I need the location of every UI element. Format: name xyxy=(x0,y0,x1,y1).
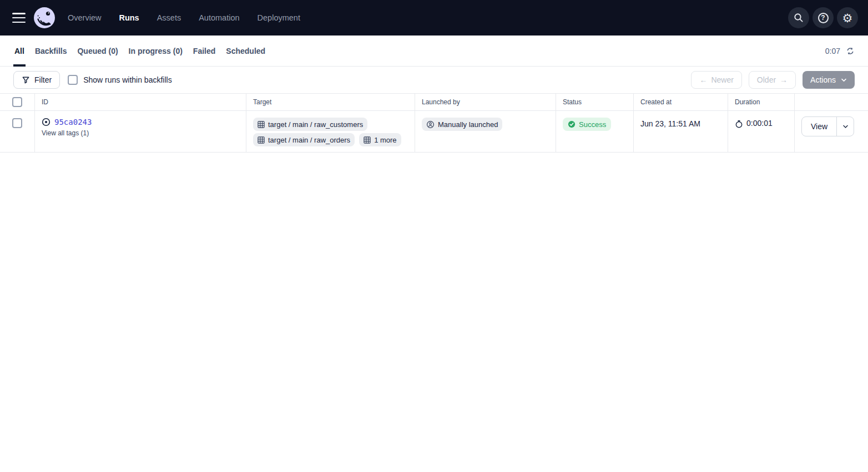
main-nav: Overview Runs Assets Automation Deployme… xyxy=(68,13,300,22)
tab-all[interactable]: All xyxy=(14,35,24,66)
filter-button[interactable]: Filter xyxy=(13,71,60,89)
tab-backfills[interactable]: Backfills xyxy=(35,35,67,66)
runs-table: ID Target Launched by Status Created at … xyxy=(0,93,868,153)
refresh-area: 0:07 xyxy=(825,47,855,55)
timer-icon xyxy=(735,120,743,128)
status-cell: Success xyxy=(556,111,633,152)
help-button[interactable]: ? xyxy=(813,7,834,28)
select-all-checkbox[interactable] xyxy=(12,97,22,107)
tabs: All Backfills Queued (0) In progress (0)… xyxy=(14,35,265,66)
show-backfills-checkbox[interactable] xyxy=(68,75,78,85)
table-grid-icon xyxy=(364,136,371,144)
show-backfills-option: Show runs within backfills xyxy=(68,75,172,85)
hamburger-menu-icon[interactable] xyxy=(12,13,26,23)
tab-queued[interactable]: Queued (0) xyxy=(77,35,118,66)
tab-in-progress[interactable]: In progress (0) xyxy=(129,35,183,66)
refresh-button[interactable] xyxy=(846,47,855,55)
nav-automation[interactable]: Automation xyxy=(199,13,239,22)
octopus-logo-icon xyxy=(33,7,55,29)
launched-by-cell: Manually launched xyxy=(415,111,556,152)
created-at-cell: Jun 23, 11:51 AM xyxy=(633,111,728,152)
target-tag[interactable]: target / main / raw_customers xyxy=(253,118,367,131)
actions-button[interactable]: Actions xyxy=(803,71,855,89)
view-dropdown-button[interactable] xyxy=(836,117,854,136)
nav-deployment[interactable]: Deployment xyxy=(258,13,300,22)
table-row: 95ca0243 View all tags (1) target / main… xyxy=(0,111,868,153)
table-header: ID Target Launched by Status Created at … xyxy=(0,93,868,111)
table-grid-icon xyxy=(258,136,265,144)
col-header-launched-by: Launched by xyxy=(415,94,556,110)
filter-funnel-icon xyxy=(22,76,30,84)
help-icon: ? xyxy=(818,13,829,23)
target-tag[interactable]: target / main / raw_orders xyxy=(253,133,355,146)
older-button[interactable]: Older → xyxy=(749,71,796,89)
col-header-status: Status xyxy=(556,94,633,110)
check-circle-icon xyxy=(568,120,576,128)
refresh-icon xyxy=(846,47,855,55)
nav-runs[interactable]: Runs xyxy=(119,13,139,22)
runs-tab-bar: All Backfills Queued (0) In progress (0)… xyxy=(0,35,868,67)
runs-toolbar: Filter Show runs within backfills ← Newe… xyxy=(0,67,868,93)
search-button[interactable] xyxy=(788,7,809,28)
col-header-target: Target xyxy=(246,94,415,110)
target-cell: target / main / raw_customers target / m… xyxy=(246,111,415,152)
tab-scheduled[interactable]: Scheduled xyxy=(226,35,265,66)
col-header-duration: Duration xyxy=(728,94,794,110)
col-header-created-at: Created at xyxy=(633,94,728,110)
view-run-button[interactable]: View xyxy=(802,117,836,136)
run-id-cell: 95ca0243 View all tags (1) xyxy=(34,111,246,152)
top-nav: Overview Runs Assets Automation Deployme… xyxy=(0,0,868,35)
right-arrow-icon: → xyxy=(780,75,788,84)
row-checkbox[interactable] xyxy=(12,118,22,128)
view-all-tags-link[interactable]: View all tags (1) xyxy=(42,129,89,137)
chevron-down-icon xyxy=(841,78,847,82)
run-status-dot-icon xyxy=(42,118,51,126)
view-cell: View xyxy=(794,111,868,152)
launched-by-tag[interactable]: Manually launched xyxy=(422,118,502,131)
more-targets-tag[interactable]: 1 more xyxy=(359,133,401,146)
run-id-link[interactable]: 95ca0243 xyxy=(54,118,92,126)
gear-icon: ⚙ xyxy=(842,12,853,24)
show-backfills-label: Show runs within backfills xyxy=(83,75,172,84)
nav-overview[interactable]: Overview xyxy=(68,13,101,22)
col-header-actions xyxy=(794,94,868,110)
toolbar-right: ← Newer Older → Actions xyxy=(691,71,855,89)
newer-button[interactable]: ← Newer xyxy=(691,71,741,89)
chevron-down-icon xyxy=(842,125,849,129)
user-circle-icon xyxy=(426,120,435,129)
left-arrow-icon: ← xyxy=(699,75,707,84)
dagster-logo[interactable] xyxy=(33,7,55,29)
refresh-countdown: 0:07 xyxy=(825,47,840,55)
status-badge[interactable]: Success xyxy=(563,118,611,131)
settings-button[interactable]: ⚙ xyxy=(837,7,858,28)
col-header-id: ID xyxy=(34,94,246,110)
search-icon xyxy=(794,13,804,23)
tab-failed[interactable]: Failed xyxy=(193,35,215,66)
table-grid-icon xyxy=(258,121,265,128)
nav-assets[interactable]: Assets xyxy=(157,13,181,22)
runs-page: Overview Runs Assets Automation Deployme… xyxy=(0,0,868,153)
nav-actions: ? ⚙ xyxy=(788,7,858,28)
duration-cell: 0:00:01 xyxy=(728,111,794,152)
